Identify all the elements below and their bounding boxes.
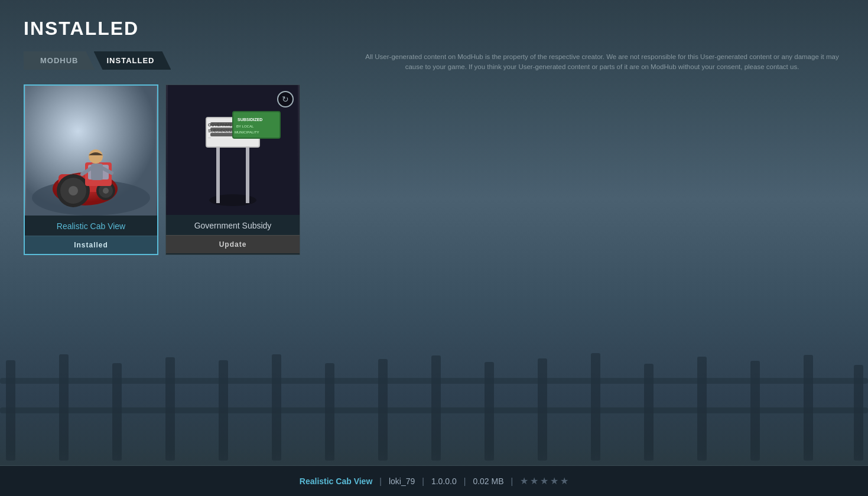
status-author: loki_79 <box>389 477 415 486</box>
status-sep-3: | <box>464 477 466 486</box>
status-sep-1: | <box>379 477 382 486</box>
svg-text:SUBSIDIZED: SUBSIDIZED <box>208 129 233 133</box>
svg-text:BY LOCAL: BY LOCAL <box>236 125 254 128</box>
mod-status-realistic-cab-view: Installed <box>25 236 157 254</box>
svg-text:SUBSIDIZED: SUBSIDIZED <box>238 118 262 122</box>
tab-modhub[interactable]: MODHUB <box>24 51 95 70</box>
status-version: 1.0.0.0 <box>431 477 457 486</box>
star-1[interactable]: ★ <box>520 475 528 487</box>
mod-grid: Realistic Cab View Installed ↻ <box>24 84 844 255</box>
star-5[interactable]: ★ <box>560 475 568 487</box>
svg-text:...: ... <box>208 135 211 139</box>
star-4[interactable]: ★ <box>550 475 558 487</box>
star-2[interactable]: ★ <box>530 475 538 487</box>
svg-point-28 <box>103 188 109 194</box>
svg-rect-37 <box>216 144 220 203</box>
svg-point-31 <box>89 149 103 164</box>
svg-point-25 <box>69 186 78 195</box>
nav-tabs: MODHUB INSTALLED <box>24 51 844 70</box>
status-bar: Realistic Cab View | loki_79 | 1.0.0.0 |… <box>0 465 868 496</box>
mod-name-realistic-cab-view: Realistic Cab View <box>25 216 157 236</box>
mod-status-government-subsidy: Update <box>166 235 300 253</box>
refresh-icon[interactable]: ↻ <box>277 91 294 107</box>
mod-card-government-subsidy[interactable]: ↻ GOVERNMENT <box>165 84 300 255</box>
main-content: INSTALLED MODHUB INSTALLED <box>0 0 868 496</box>
svg-rect-38 <box>246 144 249 203</box>
svg-text:MUNICIPALITY: MUNICIPALITY <box>235 130 259 134</box>
status-stars[interactable]: ★ ★ ★ ★ ★ <box>520 475 568 487</box>
status-sep-2: | <box>422 477 424 486</box>
status-size: 0.02 MB <box>473 477 503 486</box>
svg-rect-32 <box>91 164 103 180</box>
star-3[interactable]: ★ <box>540 475 548 487</box>
tab-installed[interactable]: INSTALLED <box>94 51 171 70</box>
status-sep-4: | <box>511 477 513 486</box>
mod-thumbnail-government-subsidy: ↻ GOVERNMENT <box>166 85 300 215</box>
mod-card-realistic-cab-view[interactable]: Realistic Cab View Installed <box>24 84 158 255</box>
page-title: INSTALLED <box>24 18 844 40</box>
status-mod-name[interactable]: Realistic Cab View <box>300 477 372 486</box>
mod-thumbnail-realistic-cab-view <box>25 86 157 216</box>
mod-name-government-subsidy: Government Subsidy <box>166 215 300 235</box>
